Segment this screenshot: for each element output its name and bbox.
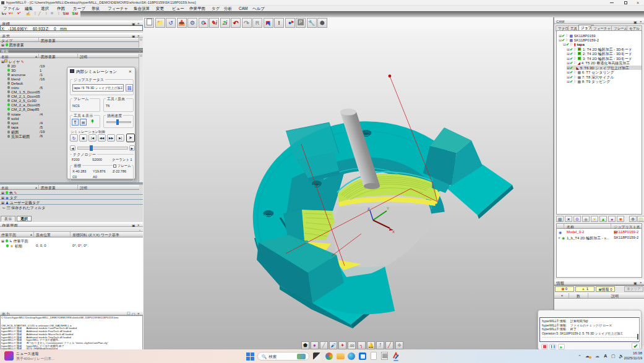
svg-text:Y: Y	[387, 207, 389, 210]
svg-text:Z: Z	[367, 207, 370, 211]
svg-text:X: X	[392, 230, 395, 234]
